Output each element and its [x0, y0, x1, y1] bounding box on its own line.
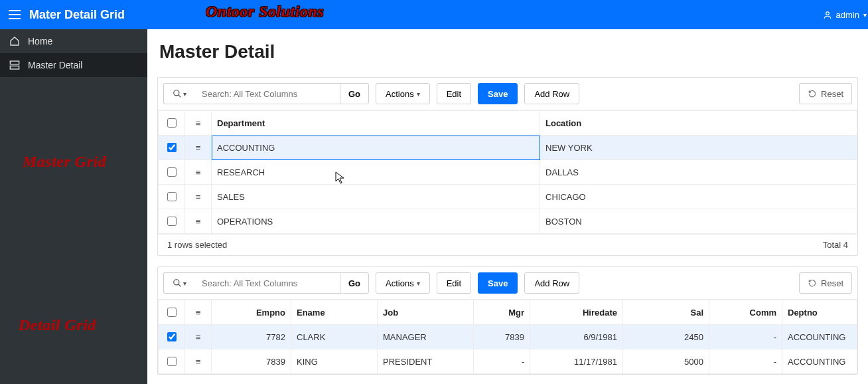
cell-department[interactable]: SALES — [212, 185, 540, 209]
cell-location[interactable]: DALLAS — [540, 160, 857, 185]
cell-ename[interactable]: CLARK — [291, 325, 378, 349]
table-row[interactable]: ≡ OPERATIONS BOSTON — [159, 209, 857, 234]
cell-comm[interactable]: - — [709, 325, 782, 349]
cell-department[interactable]: ACCOUNTING — [212, 136, 540, 160]
grid-icon — [9, 60, 20, 70]
cell-deptno[interactable]: ACCOUNTING — [782, 325, 857, 349]
reset-label: Reset — [821, 278, 843, 288]
col-sal[interactable]: Sal — [623, 300, 709, 325]
cell-mgr[interactable]: 7839 — [474, 325, 530, 349]
user-icon — [823, 10, 832, 19]
sidebar-item-home[interactable]: Home — [0, 29, 147, 53]
home-icon — [9, 36, 20, 47]
master-toolbar: ▾ Go Actions ▾ Edit Save Add Row Reset — [158, 78, 857, 110]
col-empno[interactable]: Empno — [212, 300, 291, 325]
row-checkbox[interactable] — [167, 167, 177, 177]
table-row[interactable]: ≡ SALES CHICAGO — [159, 185, 857, 209]
col-hiredate[interactable]: Hiredate — [530, 300, 623, 325]
save-button[interactable]: Save — [478, 272, 518, 294]
cell-job[interactable]: MANAGER — [378, 325, 474, 349]
table-row[interactable]: ≡ ACCOUNTING NEW YORK — [159, 136, 857, 160]
row-checkbox[interactable] — [167, 357, 177, 366]
cell-deptno[interactable]: ACCOUNTING — [782, 349, 857, 374]
search-button[interactable]: ▾ — [163, 272, 195, 294]
table-row[interactable]: ≡ RESEARCH DALLAS — [159, 160, 857, 185]
cell-comm[interactable]: - — [709, 349, 782, 374]
row-menu-icon[interactable]: ≡ — [185, 209, 212, 234]
row-checkbox[interactable] — [167, 217, 177, 226]
table-row[interactable]: ≡ 7839 KING PRESIDENT - 11/17/1981 5000 … — [159, 349, 857, 374]
cell-sal[interactable]: 5000 — [623, 349, 709, 374]
add-row-button[interactable]: Add Row — [524, 272, 579, 294]
cell-ename[interactable]: KING — [291, 349, 378, 374]
search-input[interactable] — [195, 83, 340, 104]
select-all-header[interactable] — [159, 111, 185, 136]
cell-mgr[interactable]: - — [474, 349, 530, 374]
row-menu-icon[interactable]: ≡ — [185, 160, 212, 185]
sidebar-item-master-detail[interactable]: Master Detail — [0, 53, 147, 77]
search-icon — [173, 278, 182, 288]
row-menu-icon[interactable]: ≡ — [185, 136, 212, 160]
go-button[interactable]: Go — [340, 272, 369, 294]
app-header: Mater Detail Grid Ontoor Solutions admin… — [0, 0, 868, 29]
table-row[interactable]: ≡ 7782 CLARK MANAGER 7839 6/9/1981 2450 … — [159, 325, 857, 349]
cell-location[interactable]: NEW YORK — [540, 136, 857, 160]
save-button[interactable]: Save — [478, 83, 518, 104]
row-menu-header[interactable]: ≡ — [185, 111, 212, 136]
search-group: ▾ Go — [163, 83, 369, 104]
select-all-checkbox[interactable] — [167, 118, 177, 128]
svg-rect-1 — [10, 61, 19, 64]
reset-icon — [808, 89, 817, 98]
go-button[interactable]: Go — [340, 83, 369, 104]
cell-hiredate[interactable]: 6/9/1981 — [530, 325, 623, 349]
cell-empno[interactable]: 7782 — [212, 325, 291, 349]
select-all-checkbox[interactable] — [167, 308, 177, 317]
sidebar-item-label: Master Detail — [28, 60, 82, 70]
cell-department[interactable]: RESEARCH — [212, 160, 540, 185]
edit-button[interactable]: Edit — [437, 272, 471, 294]
page-title: Master Detail — [147, 29, 868, 72]
reset-button[interactable]: Reset — [799, 83, 852, 104]
edit-button[interactable]: Edit — [437, 83, 471, 104]
col-job[interactable]: Job — [378, 300, 474, 325]
chevron-down-icon: ▾ — [863, 11, 867, 19]
user-menu[interactable]: admin ▾ — [823, 10, 867, 20]
app-title: Mater Detail Grid — [29, 8, 125, 22]
chevron-down-icon: ▾ — [417, 90, 420, 98]
search-input[interactable] — [195, 272, 340, 294]
search-button[interactable]: ▾ — [163, 83, 195, 104]
cell-location[interactable]: CHICAGO — [540, 185, 857, 209]
row-menu-header[interactable]: ≡ — [185, 300, 212, 325]
actions-button[interactable]: Actions ▾ — [376, 83, 430, 104]
col-ename[interactable]: Ename — [291, 300, 378, 325]
row-menu-icon[interactable]: ≡ — [185, 185, 212, 209]
cell-location[interactable]: BOSTON — [540, 209, 857, 234]
add-row-button[interactable]: Add Row — [524, 83, 579, 104]
col-deptno[interactable]: Deptno — [782, 300, 857, 325]
chevron-down-icon: ▾ — [417, 280, 420, 287]
row-menu-icon[interactable]: ≡ — [185, 349, 212, 374]
col-comm[interactable]: Comm — [709, 300, 782, 325]
detail-toolbar: ▾ Go Actions ▾ Edit Save Add Row Reset — [158, 267, 857, 300]
cell-department[interactable]: OPERATIONS — [212, 209, 540, 234]
row-menu-icon[interactable]: ≡ — [185, 325, 212, 349]
cell-job[interactable]: PRESIDENT — [378, 349, 474, 374]
cell-sal[interactable]: 2450 — [623, 325, 709, 349]
actions-button[interactable]: Actions ▾ — [376, 272, 430, 294]
col-department[interactable]: Department — [212, 111, 540, 136]
col-location[interactable]: Location — [540, 111, 857, 136]
hamburger-menu-icon[interactable] — [5, 5, 24, 24]
detail-table: ≡ Empno Ename Job Mgr Hiredate Sal Comm … — [158, 300, 857, 374]
cell-hiredate[interactable]: 11/17/1981 — [530, 349, 623, 374]
reset-button[interactable]: Reset — [799, 272, 852, 294]
svg-point-4 — [174, 280, 179, 285]
select-all-header[interactable] — [159, 300, 185, 325]
svg-point-3 — [174, 90, 179, 96]
reset-icon — [808, 278, 817, 288]
col-mgr[interactable]: Mgr — [474, 300, 530, 325]
row-checkbox[interactable] — [167, 143, 177, 152]
cell-empno[interactable]: 7839 — [212, 349, 291, 374]
row-checkbox[interactable] — [167, 192, 177, 201]
row-checkbox[interactable] — [167, 332, 177, 341]
rows-selected-label: 1 rows selected — [167, 240, 227, 250]
